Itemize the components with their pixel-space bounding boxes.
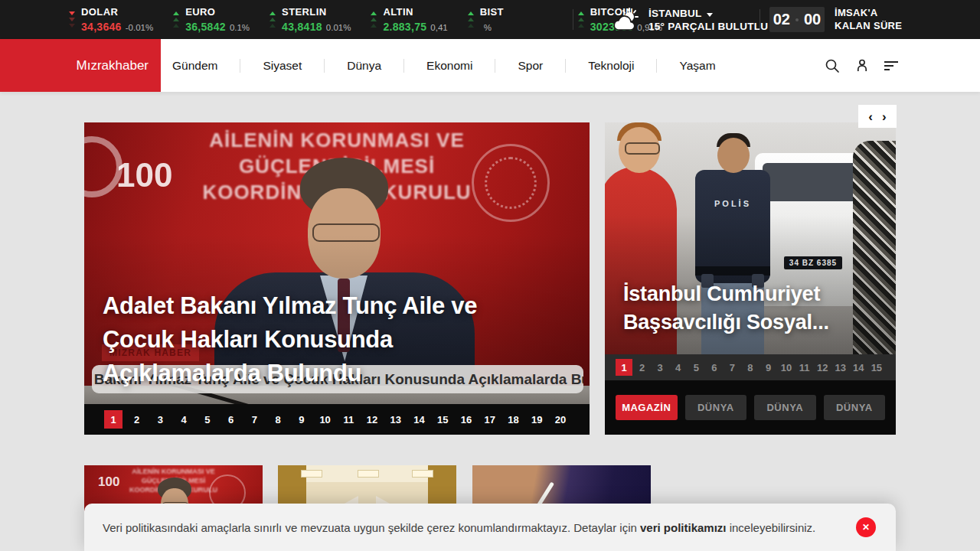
- page-number-16[interactable]: 16: [457, 410, 475, 429]
- ticker-label: ALTIN: [383, 7, 447, 18]
- main-hero-image[interactable]: AİLENİN KORUNMASI VEGÜÇLENDİRİLMESİKOORD…: [84, 122, 590, 404]
- search-icon[interactable]: [824, 57, 841, 74]
- page-number-14[interactable]: 14: [410, 410, 429, 429]
- side-headline[interactable]: İstanbul Cumhuriyet Başsavcılığı Sosyal.…: [623, 280, 880, 337]
- countdown-separator: [795, 18, 799, 21]
- nav-item-gundem[interactable]: Gündem: [172, 59, 240, 73]
- countdown-minutes: 00: [804, 11, 821, 28]
- page-number-4[interactable]: 4: [175, 410, 193, 429]
- category-tab-dunya-2[interactable]: DÜNYA: [754, 395, 816, 420]
- trend-triangle: [578, 24, 584, 28]
- page-number-7[interactable]: 7: [724, 359, 740, 376]
- main-navbar: Mızrakhaber GündemSiyasetDünyaEkonomiSpo…: [0, 39, 980, 92]
- page-number-19[interactable]: 19: [528, 410, 546, 429]
- market-ticker-bar: DOLAR34,3646-0.01%EURO36,58420.1%STERLIN…: [0, 0, 980, 39]
- trend-up-icon: [468, 10, 474, 28]
- side-hero-image[interactable]: 34 BZ 6385 POLİS İstanbul Cumhuriyet Baş…: [605, 122, 896, 354]
- trend-triangle: [69, 11, 75, 15]
- ticker-values-row: 34,3646-0.01%: [81, 20, 153, 34]
- ticker-item-text: ALTIN2.883,750,41: [383, 7, 447, 34]
- category-tab-dunya-1[interactable]: DÜNYA: [685, 395, 747, 420]
- ticker-item-altin[interactable]: ALTIN2.883,750,41: [371, 5, 447, 34]
- page-number-7[interactable]: 7: [245, 410, 263, 429]
- thumb1-100-badge: 100: [98, 474, 119, 490]
- page-number-10[interactable]: 10: [316, 410, 335, 429]
- menu-icon[interactable]: [884, 57, 900, 74]
- category-tabs: MAGAZİNDÜNYADÜNYADÜNYA: [605, 380, 896, 435]
- thumb2-light: [358, 470, 379, 478]
- trend-triangle: [69, 18, 75, 21]
- page-number-6[interactable]: 6: [222, 410, 240, 429]
- trend-triangle: [468, 11, 474, 15]
- trend-up-icon: [173, 10, 179, 28]
- nav-item-yasam[interactable]: Yaşam: [657, 59, 737, 73]
- ticker-values-row: %: [480, 20, 504, 34]
- user-icon[interactable]: [854, 57, 871, 74]
- nav-icons: [824, 39, 900, 92]
- nav-item-teknoloji[interactable]: Teknoloji: [566, 59, 657, 73]
- trend-triangle: [371, 11, 377, 15]
- category-tab-dunya-3[interactable]: DÜNYA: [824, 395, 886, 420]
- page-number-13[interactable]: 13: [832, 359, 849, 376]
- ticker-item-text: BIST%: [480, 7, 504, 34]
- trend-triangle: [578, 18, 584, 21]
- site-logo[interactable]: Mızrakhaber: [0, 39, 161, 92]
- page-number-2[interactable]: 2: [128, 410, 146, 429]
- page-number-10[interactable]: 10: [778, 359, 795, 376]
- page-number-2[interactable]: 2: [634, 359, 651, 376]
- page-number-8[interactable]: 8: [269, 410, 287, 429]
- page-number-14[interactable]: 14: [850, 359, 867, 376]
- ticker-item-dolar[interactable]: DOLAR34,3646-0.01%: [69, 5, 153, 34]
- page-number-11[interactable]: 11: [796, 359, 813, 376]
- ticker-item-sterlin[interactable]: STERLIN43,84180.01%: [270, 5, 351, 34]
- ticker-value: 36,5842: [185, 21, 226, 33]
- page-number-5[interactable]: 5: [688, 359, 704, 376]
- cookie-policy-link[interactable]: veri politikamızı: [640, 521, 727, 534]
- page-number-12[interactable]: 12: [363, 410, 381, 429]
- page-number-3[interactable]: 3: [652, 359, 668, 376]
- carousel-prev-button[interactable]: ‹: [868, 110, 873, 123]
- close-icon[interactable]: ✕: [856, 517, 876, 537]
- page-number-20[interactable]: 20: [551, 410, 570, 429]
- main-headline[interactable]: Adalet Bakanı Yılmaz Tunç Aile ve Çocuk …: [103, 289, 543, 390]
- page-number-5[interactable]: 5: [198, 410, 217, 429]
- ticker-item-bist[interactable]: BIST%: [468, 5, 558, 34]
- countdown-label: İMSAK'A KALAN SÜRE: [835, 6, 902, 32]
- page-number-1[interactable]: 1: [616, 359, 632, 376]
- trend-triangle: [468, 24, 474, 28]
- page-number-9[interactable]: 9: [760, 359, 777, 376]
- trend-triangle: [578, 11, 584, 15]
- page-number-12[interactable]: 12: [814, 359, 831, 376]
- nav-item-ekonomi[interactable]: Ekonomi: [404, 59, 495, 73]
- trend-triangle: [173, 18, 179, 21]
- category-tab-magazi-n-0[interactable]: MAGAZİN: [616, 395, 678, 420]
- countdown-label-line1: İMSAK'A: [835, 7, 877, 18]
- page-number-17[interactable]: 17: [481, 410, 499, 429]
- page-number-3[interactable]: 3: [151, 410, 169, 429]
- page-number-4[interactable]: 4: [670, 359, 687, 376]
- ticker-item-text: STERLIN43,84180.01%: [282, 7, 351, 34]
- ticker-change: %: [484, 23, 492, 32]
- trend-triangle: [371, 18, 377, 21]
- page-number-9[interactable]: 9: [292, 410, 311, 429]
- ticker-label: DOLAR: [81, 7, 153, 18]
- ticker-item-text: EURO36,58420.1%: [185, 7, 250, 34]
- nav-item-spor[interactable]: Spor: [495, 59, 566, 73]
- trend-triangle: [173, 11, 179, 15]
- page-number-13[interactable]: 13: [387, 410, 405, 429]
- ticker-label: BIST: [480, 7, 504, 18]
- nav-item-dunya[interactable]: Dünya: [325, 59, 404, 73]
- page-number-18[interactable]: 18: [504, 410, 522, 429]
- weather-widget[interactable]: İSTANBUL 15° PARÇALI BULUTLU: [612, 0, 768, 39]
- page-number-6[interactable]: 6: [706, 359, 723, 376]
- page-number-8[interactable]: 8: [742, 359, 759, 376]
- page-number-15[interactable]: 15: [433, 410, 452, 429]
- page-number-15[interactable]: 15: [868, 359, 885, 376]
- page-number-1[interactable]: 1: [104, 410, 122, 429]
- trend-down-icon: [69, 10, 75, 28]
- trend-triangle: [270, 11, 276, 15]
- nav-item-siyaset[interactable]: Siyaset: [240, 59, 325, 73]
- ticker-item-euro[interactable]: EURO36,58420.1%: [173, 5, 250, 34]
- page-number-11[interactable]: 11: [339, 410, 358, 429]
- carousel-next-button[interactable]: ›: [882, 110, 887, 123]
